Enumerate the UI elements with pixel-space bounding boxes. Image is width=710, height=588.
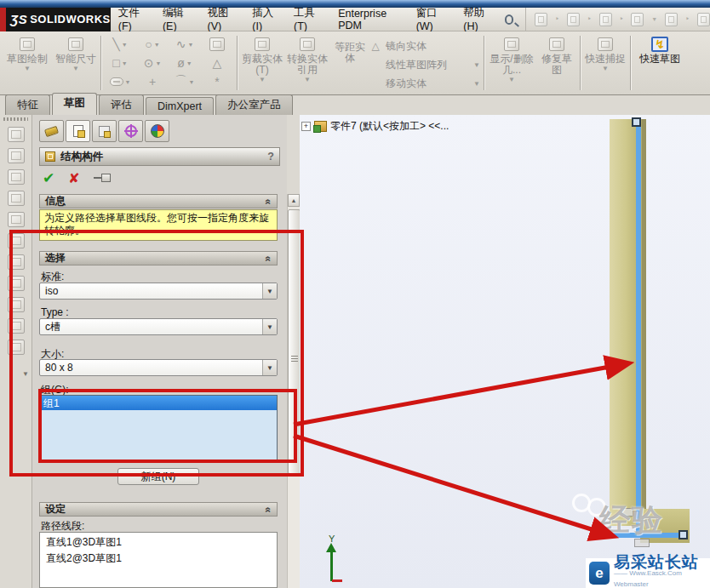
- spline-tool[interactable]: ∿▼: [169, 35, 201, 54]
- settings-group-header[interactable]: 设定 «: [39, 502, 278, 517]
- caret-icon[interactable]: ▼: [473, 80, 480, 88]
- repair-sketch-button[interactable]: 修复草图: [537, 35, 576, 76]
- cancel-button[interactable]: ✘: [68, 170, 79, 186]
- rectangle-tool[interactable]: □▼: [104, 54, 136, 72]
- caret-icon[interactable]: ▼: [53, 65, 99, 72]
- new-file-icon[interactable]: [535, 13, 547, 26]
- caret-icon[interactable]: ▼: [154, 41, 160, 49]
- trim-extend-icon[interactable]: [8, 191, 25, 206]
- line-tool[interactable]: ╲▼: [104, 35, 136, 54]
- group-list-item[interactable]: 组1: [40, 396, 277, 410]
- display-delete-relations-button[interactable]: 显示/删除几... ▼: [488, 35, 535, 83]
- select-pointer-icon[interactable]: [697, 13, 710, 26]
- menu-window[interactable]: 窗口(W): [409, 8, 456, 31]
- menu-insert[interactable]: 插入(I): [244, 8, 286, 31]
- selected-path-line-vertical[interactable]: [636, 120, 641, 534]
- extrude-icon[interactable]: [8, 297, 25, 312]
- menu-view[interactable]: 视图(V): [200, 8, 245, 31]
- path-segment-item[interactable]: 直线2@3D草图1: [40, 551, 277, 567]
- caret-icon[interactable]: ▼: [155, 60, 161, 67]
- slot-tool[interactable]: ▼: [104, 72, 136, 91]
- print-icon[interactable]: [631, 13, 644, 26]
- arc-tool[interactable]: ⌒▼: [169, 72, 201, 91]
- pin-button[interactable]: [94, 174, 112, 182]
- tab-features[interactable]: 特征: [5, 94, 50, 115]
- caret-icon[interactable]: ▼: [186, 60, 192, 67]
- point-star-tool[interactable]: *: [201, 72, 233, 91]
- group-listbox[interactable]: 组1: [39, 395, 278, 460]
- caret-icon[interactable]: ▼: [584, 65, 627, 72]
- help-icon[interactable]: ?: [267, 151, 274, 163]
- caret-icon[interactable]: ▼: [187, 41, 193, 49]
- mirror-entities-button[interactable]: △ 镜向实体: [369, 37, 480, 55]
- tab-dimxpert[interactable]: DimXpert: [146, 97, 214, 115]
- caret-icon[interactable]: ▼: [285, 76, 329, 83]
- tab-sketch[interactable]: 草图: [52, 93, 97, 115]
- weld-bead-icon[interactable]: [8, 276, 25, 291]
- caret-icon[interactable]: ▼: [488, 76, 535, 83]
- hole-wizard-icon[interactable]: [8, 318, 25, 334]
- save-icon[interactable]: [599, 13, 612, 26]
- configuration-manager-tab[interactable]: [92, 120, 117, 142]
- text-tool[interactable]: △: [201, 54, 233, 72]
- caret-icon[interactable]: ▼: [125, 78, 131, 86]
- open-file-icon[interactable]: [567, 13, 580, 26]
- circle-tool[interactable]: ○▼: [136, 35, 169, 54]
- new-group-button[interactable]: 新组(N): [117, 468, 199, 485]
- path-segments-listbox[interactable]: 直线1@3D草图1 直线2@3D草图1: [39, 532, 278, 588]
- caret-icon[interactable]: ▼: [189, 78, 195, 86]
- tab-office-products[interactable]: 办公室产品: [215, 94, 293, 115]
- menu-tools[interactable]: 工具(T): [286, 8, 330, 31]
- polygon-tool[interactable]: +: [136, 72, 169, 91]
- splitter-grip-icon[interactable]: [291, 355, 298, 362]
- ok-button[interactable]: ✔: [43, 169, 54, 187]
- rapid-sketch-button[interactable]: ↯ 快速草图: [635, 35, 684, 65]
- fillet-bead-icon[interactable]: [8, 254, 25, 270]
- toolbar-grip-handle[interactable]: [3, 117, 28, 121]
- display-manager-tab[interactable]: [145, 120, 169, 142]
- expand-icon[interactable]: +: [301, 122, 311, 131]
- type-dropdown[interactable]: c槽 ▼: [39, 318, 278, 335]
- chevron-down-icon[interactable]: ▼: [262, 319, 277, 334]
- point-tool[interactable]: ⊙▼: [136, 54, 169, 72]
- scrollbar-thumb[interactable]: [288, 209, 301, 474]
- menu-edit[interactable]: 编辑(E): [155, 8, 200, 31]
- caret-icon[interactable]: ▼: [122, 41, 128, 49]
- menu-enterprise-pdm[interactable]: Enterprise PDM: [330, 8, 409, 31]
- caret-icon[interactable]: ▼: [3, 65, 51, 72]
- smart-dimension-button[interactable]: 智能尺寸 ▼: [53, 35, 99, 72]
- search-icon[interactable]: [505, 14, 514, 25]
- panel-scrollbar[interactable]: ▲: [287, 194, 300, 588]
- menu-help[interactable]: 帮助(H): [455, 8, 501, 31]
- feature-tree-root-label[interactable]: 零件7 (默认<按加工> <<...: [330, 119, 449, 134]
- toolbar-overflow-caret[interactable]: ▼: [22, 370, 29, 378]
- undo-icon[interactable]: [665, 13, 678, 26]
- size-dropdown[interactable]: 80 x 8 ▼: [39, 359, 278, 376]
- standard-dropdown[interactable]: iso ▼: [39, 283, 278, 300]
- end-cap-icon[interactable]: [8, 212, 25, 227]
- collapse-chevron-icon[interactable]: «: [263, 255, 275, 261]
- dimxpert-manager-tab[interactable]: [118, 120, 143, 142]
- scroll-up-arrow-icon[interactable]: ▲: [288, 194, 300, 207]
- plane-sketch-icon[interactable]: [8, 148, 25, 163]
- ellipse-tool[interactable]: ø▼: [169, 54, 201, 72]
- convert-entities-button[interactable]: 转换实体引用 ▼: [285, 35, 329, 83]
- move-entities-button[interactable]: 移动实体 ▼: [369, 74, 480, 93]
- structural-member-icon[interactable]: [8, 169, 25, 185]
- caret-icon[interactable]: ▼: [122, 60, 128, 67]
- chevron-down-icon[interactable]: ▼: [262, 283, 277, 299]
- offset-entities-button[interactable]: 等距实体: [331, 42, 369, 64]
- tab-evaluate[interactable]: 评估: [99, 94, 144, 115]
- menu-file[interactable]: 文件(F): [111, 8, 155, 31]
- feature-manager-tab[interactable]: [39, 120, 64, 142]
- graphics-viewport[interactable]: + 零件7 (默认<按加工> <<... 经验 Y: [300, 115, 710, 588]
- sketch-endpoint-marker[interactable]: [632, 117, 641, 127]
- chamfer-icon[interactable]: [8, 340, 25, 355]
- caret-icon[interactable]: ▼: [473, 61, 480, 69]
- quick-snaps-button[interactable]: 快速捕捉 ▼: [584, 35, 627, 72]
- net-surface-tool[interactable]: [201, 35, 233, 54]
- collapse-chevron-icon[interactable]: «: [263, 506, 275, 512]
- property-manager-tab[interactable]: [66, 120, 90, 142]
- sketch-button[interactable]: 草图绘制 ▼: [3, 35, 51, 72]
- info-group-header[interactable]: 信息 «: [39, 194, 278, 208]
